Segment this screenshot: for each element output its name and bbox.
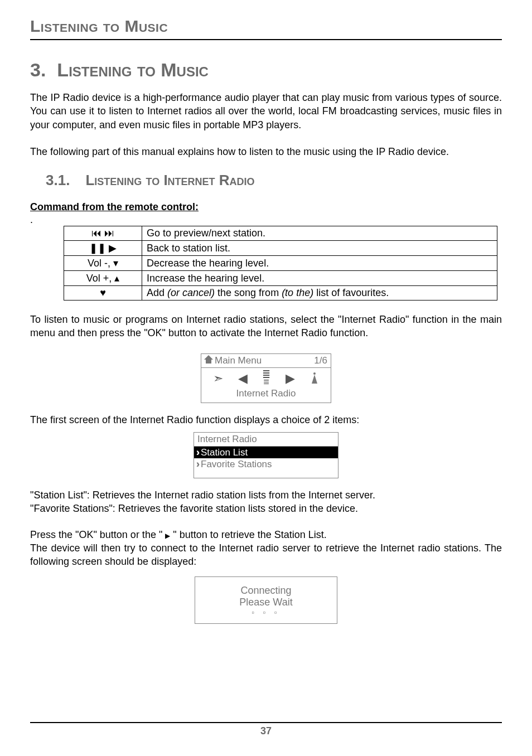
command-table-heading: Command from the remote control: — [30, 201, 502, 213]
device-screen-internet-radio: Internet Radio ›› Station List ›› Favori… — [194, 432, 338, 478]
home-icon — [205, 356, 212, 364]
chapter-number: 3. — [30, 59, 46, 81]
table-row: ⏮ ⏭ Go to preview/next station. — [64, 226, 497, 241]
favorite-stations-desc: "Favorite Stations": Retrieves the favor… — [30, 502, 502, 515]
chevrons-icon: ›› — [196, 447, 200, 458]
key-cell: ♥ — [64, 286, 142, 301]
desc-cell: Go to preview/next station. — [142, 226, 497, 241]
device-screen-main-menu: Main Menu 1/6 ➣ ◀ ≣≡ ▶ Internet Radio — [201, 353, 331, 403]
device-screen-connecting: Connecting Please Wait ▫ ▫ ▫ — [195, 576, 337, 624]
antenna-icon — [310, 372, 319, 385]
nav-right-icon: ▶ — [286, 371, 295, 386]
connecting-line1: Connecting — [195, 585, 337, 597]
station-list-desc: "Station List": Retrieves the Internet r… — [30, 488, 502, 502]
table-row: Vol -, ▾ Decrease the hearing level. — [64, 256, 497, 271]
section-heading: 3.1. Listening to Internet Radio — [46, 172, 502, 189]
connect-paragraph: The device will then try to connect to t… — [30, 541, 502, 569]
press-ok-line: Press the "OK" button or the " ▶ " butto… — [30, 528, 502, 541]
nav-left-icon: ◀ — [238, 371, 248, 386]
section-title: Listening to Internet Radio — [85, 172, 254, 189]
desc-cell: Add (or cancel) the song from (to the) l… — [142, 286, 497, 301]
chapter-heading: 3. Listening to Music — [30, 59, 502, 81]
chapter-title: Listening to Music — [57, 59, 209, 81]
desc-cell: Back to station list. — [142, 241, 497, 256]
key-cell: ⏮ ⏭ — [64, 226, 142, 241]
intro-paragraph-1: The IP Radio device is a high-performanc… — [30, 91, 502, 132]
screen2-item: ›› Favorite Stations — [194, 458, 338, 470]
stray-period: . — [30, 214, 33, 225]
paragraph-after-screen1: The first screen of the Internet Radio f… — [30, 413, 502, 427]
key-cell: Vol -, ▾ — [64, 256, 142, 271]
key-cell: ❚❚ ▶ — [64, 241, 142, 256]
screen2-header: Internet Radio — [194, 433, 338, 447]
table-row: ❚❚ ▶ Back to station list. — [64, 241, 497, 256]
connecting-line2: Please Wait — [195, 597, 337, 608]
chevrons-icon: ›› — [196, 458, 200, 470]
key-cell: Vol +, ▴ — [64, 271, 142, 286]
nav-off-icon: ➣ — [213, 371, 223, 386]
screen-title: Main Menu — [205, 355, 262, 366]
desc-cell: Decrease the hearing level. — [142, 256, 497, 271]
desc-cell: Increase the hearing level. — [142, 271, 497, 286]
screen-page-indicator: 1/6 — [314, 355, 327, 366]
play-arrow-icon: ▶ — [165, 532, 170, 540]
section-number: 3.1. — [46, 172, 70, 189]
table-row: ♥ Add (or cancel) the song from (to the)… — [64, 286, 497, 301]
remote-command-table: ⏮ ⏭ Go to preview/next station. ❚❚ ▶ Bac… — [64, 226, 497, 301]
list-icon: ≣≡ — [262, 371, 271, 385]
screen2-item-selected: ›› Station List — [194, 447, 338, 458]
running-header: Listening to Music — [30, 17, 502, 40]
loading-dots-icon: ▫ ▫ ▫ — [195, 608, 337, 617]
paragraph-after-table: To listen to music or programs on Intern… — [30, 313, 502, 340]
table-row: Vol +, ▴ Increase the hearing level. — [64, 271, 497, 286]
screen-caption: Internet Radio — [201, 387, 331, 403]
page-footer: 37 — [30, 722, 502, 737]
intro-paragraph-2: The following part of this manual explai… — [30, 145, 502, 158]
page-number: 37 — [260, 725, 272, 736]
